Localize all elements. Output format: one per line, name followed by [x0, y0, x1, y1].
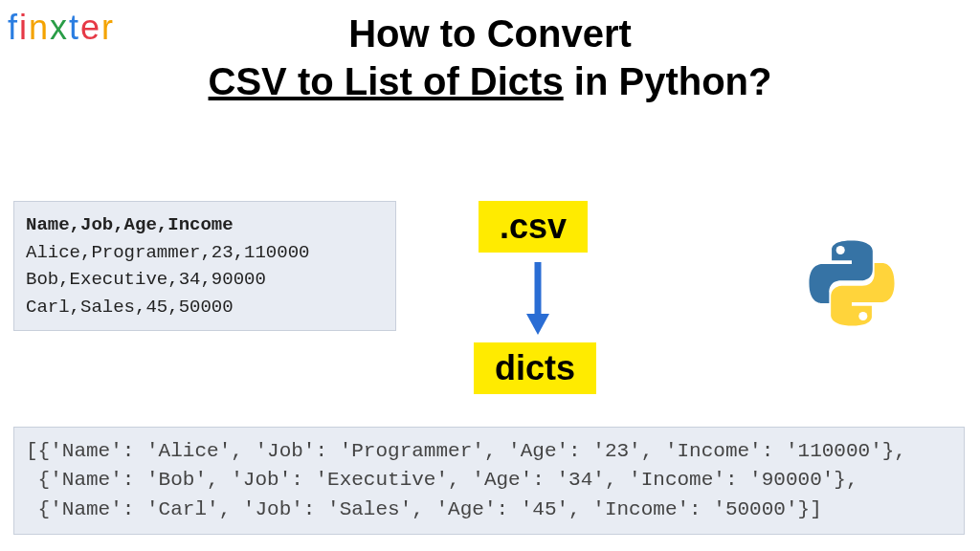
svg-marker-1: [526, 314, 549, 335]
page-title: How to Convert CSV to List of Dicts in P…: [0, 10, 980, 105]
dicts-label: dicts: [474, 342, 596, 394]
heading-line1: How to Convert: [348, 12, 632, 55]
csv-content-box: Name,Job,Age,Income Alice,Programmer,23,…: [13, 201, 396, 331]
svg-point-2: [836, 246, 845, 254]
heading-suffix: in Python?: [564, 60, 772, 102]
heading-underlined: CSV to List of Dicts: [209, 60, 564, 102]
csv-row: Carl,Sales,45,50000: [26, 294, 384, 321]
python-logo-icon: [804, 235, 900, 331]
arrow-down-icon: [524, 260, 551, 335]
csv-row: Alice,Programmer,23,110000: [26, 239, 384, 267]
csv-label: .csv: [479, 201, 588, 253]
csv-header: Name,Job,Age,Income: [26, 211, 384, 239]
csv-row: Bob,Executive,34,90000: [26, 266, 384, 294]
output-content-box: [{'Name': 'Alice', 'Job': 'Programmer', …: [13, 427, 965, 535]
svg-point-3: [858, 312, 867, 320]
